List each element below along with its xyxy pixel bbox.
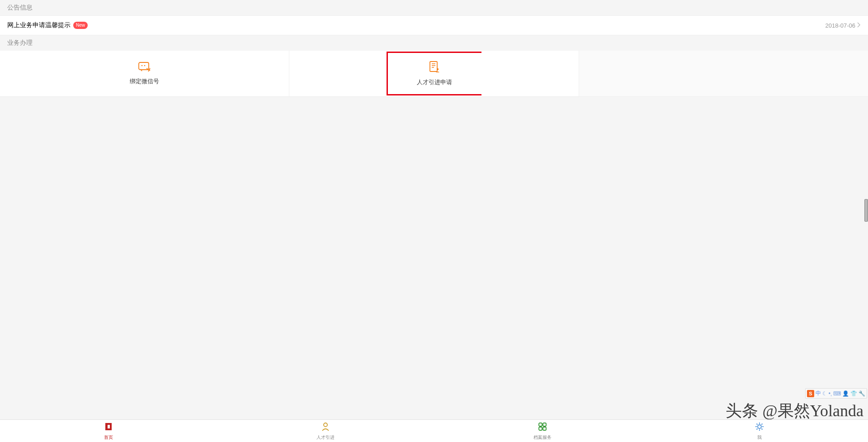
- svg-rect-3: [430, 62, 437, 71]
- ime-skin-icon[interactable]: 👕: [850, 390, 857, 397]
- ime-settings-icon[interactable]: 🔧: [859, 390, 865, 397]
- nav-me-label: 我: [757, 434, 762, 441]
- services-section-header: 业务办理: [0, 35, 868, 51]
- announcement-item[interactable]: 网上业务申请温馨提示 New 2018-07-06: [0, 15, 868, 35]
- service-empty-slot: [579, 51, 868, 96]
- nav-me[interactable]: 我: [651, 420, 868, 442]
- svg-point-10: [324, 423, 327, 427]
- scrollbar-thumb[interactable]: [864, 199, 868, 222]
- service-bind-wechat-label: 绑定微信号: [130, 77, 159, 86]
- svg-rect-13: [539, 427, 542, 430]
- sogou-ime-icon: S: [807, 390, 814, 397]
- service-talent-application-wrapper: 人才引进申请: [289, 51, 579, 96]
- service-bind-wechat[interactable]: 绑定微信号: [0, 51, 289, 96]
- announcement-title: 网上业务申请温馨提示: [7, 21, 71, 29]
- announcement-date: 2018-07-06: [826, 22, 856, 29]
- svg-line-21: [761, 428, 762, 429]
- nav-talent-label: 人才引进: [316, 434, 335, 441]
- service-talent-application-label: 人才引进申请: [417, 78, 452, 86]
- new-badge: New: [73, 22, 88, 29]
- svg-rect-9: [108, 425, 110, 428]
- chevron-right-icon: [857, 22, 861, 29]
- nav-home[interactable]: 首页: [0, 420, 217, 442]
- nav-talent[interactable]: 人才引进: [217, 420, 434, 442]
- svg-rect-11: [539, 423, 542, 426]
- svg-line-23: [761, 423, 762, 424]
- nav-home-label: 首页: [104, 434, 113, 441]
- ime-user-icon[interactable]: 👤: [842, 390, 849, 397]
- service-talent-application[interactable]: 人才引进申请: [387, 52, 481, 95]
- ime-language-indicator[interactable]: 中: [816, 390, 821, 397]
- services-grid: 绑定微信号 人才引进申请: [0, 51, 868, 97]
- document-person-icon: [429, 61, 440, 75]
- ime-keyboard-icon[interactable]: ⌨: [833, 390, 841, 397]
- svg-point-7: [437, 68, 439, 70]
- svg-rect-14: [543, 427, 546, 430]
- ime-punct-icon[interactable]: •ˌ: [829, 390, 832, 397]
- svg-line-22: [757, 428, 758, 429]
- svg-point-15: [758, 425, 761, 428]
- ime-moon-icon[interactable]: ☾: [822, 390, 827, 397]
- watermark-text: 头条 @果然Yolanda: [726, 400, 863, 422]
- ime-toolbar[interactable]: S 中 ☾ •ˌ ⌨ 👤 👕 🔧: [805, 388, 867, 399]
- svg-point-2: [144, 65, 145, 66]
- svg-rect-12: [543, 423, 546, 426]
- grid-icon: [538, 422, 547, 433]
- svg-point-1: [141, 65, 142, 66]
- gear-icon: [755, 422, 764, 433]
- svg-line-20: [757, 423, 758, 424]
- wechat-bind-icon: [138, 62, 151, 74]
- announcement-section-header: 公告信息: [0, 0, 868, 15]
- bottom-navigation: 首页 人才引进 档案服务: [0, 419, 868, 442]
- home-icon: [104, 422, 113, 433]
- nav-archive[interactable]: 档案服务: [434, 420, 651, 442]
- person-icon: [321, 422, 330, 433]
- nav-archive-label: 档案服务: [533, 434, 552, 441]
